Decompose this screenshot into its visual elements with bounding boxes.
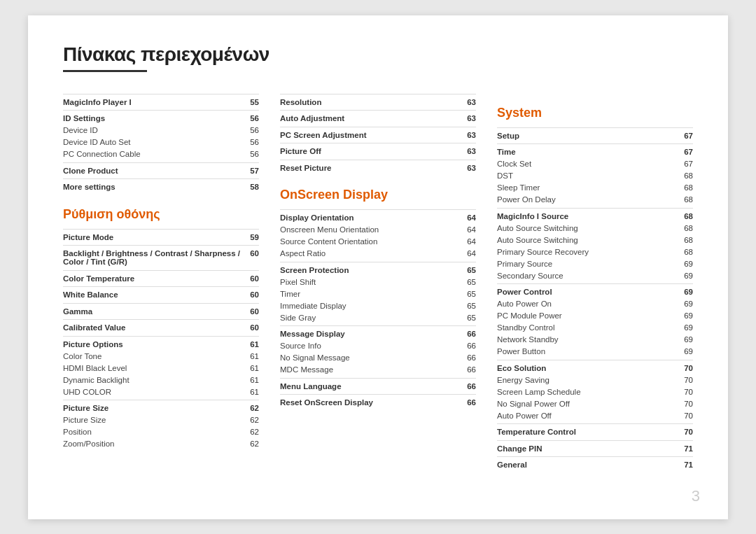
entry-page: 60	[241, 274, 259, 283]
toc-entry: PC Screen Adjustment63	[280, 127, 476, 141]
section-title-system: System	[497, 106, 693, 120]
entry-label: Color Temperature	[63, 274, 241, 283]
toc-entry: Gamma60	[63, 303, 259, 318]
entry-page: 57	[241, 167, 259, 175]
toc-entry: MagicInfo Player I55	[63, 94, 259, 108]
toc-entry: No Signal Message66	[280, 352, 476, 364]
entry-page: 66	[458, 353, 476, 362]
entry-label: Device ID Auto Set	[63, 138, 241, 146]
entry-page: 68	[676, 224, 693, 232]
entry-page: 56	[241, 138, 259, 146]
entry-label: PC Connection Cable	[63, 150, 241, 158]
entry-label: Change PIN	[497, 444, 676, 453]
entry-label: Power Button	[497, 347, 676, 356]
entry-label: Immediate Display	[280, 302, 458, 310]
toc-entry: Power Control69	[497, 283, 693, 298]
toc-entry: Color Temperature60	[63, 270, 259, 285]
entry-page: 64	[458, 249, 476, 258]
entry-label: Picture Size	[63, 404, 241, 412]
entry-label: Picture Mode	[63, 233, 241, 241]
toc-entry: Source Info66	[280, 340, 476, 352]
toc-entry: MDC Message66	[280, 364, 476, 376]
entry-page: 66	[458, 382, 476, 391]
toc-entry: Change PIN71	[497, 440, 693, 455]
entry-page: 56	[241, 150, 259, 158]
entry-page: 63	[458, 98, 476, 106]
entry-page: 70	[676, 428, 693, 436]
entry-page: 63	[458, 164, 476, 172]
entry-label: Clone Product	[63, 167, 241, 175]
toc-entry: Secondary Source69	[497, 269, 693, 281]
entry-label: Eco Solution	[497, 364, 676, 372]
entry-label: Power Control	[497, 288, 676, 296]
entry-page: 66	[458, 330, 476, 338]
entry-page: 69	[676, 347, 693, 356]
entry-label: Network Standby	[497, 335, 676, 344]
entry-page: 68	[676, 171, 693, 180]
entry-label: General	[497, 461, 676, 469]
entry-label: Auto Adjustment	[280, 114, 458, 122]
entry-page: 71	[676, 444, 693, 453]
toc-entry: Device ID56	[63, 125, 259, 136]
toc-entry: Auto Power On69	[497, 298, 693, 310]
toc-entry: Network Standby69	[497, 334, 693, 346]
entry-page: 61	[241, 388, 259, 396]
entry-label: Reset OnScreen Display	[280, 398, 458, 407]
entry-page: 69	[676, 260, 693, 268]
entry-label: MDC Message	[280, 365, 458, 374]
toc-entry: PC Connection Cable56	[63, 148, 259, 160]
entry-page: 62	[241, 404, 259, 412]
entry-page: 61	[241, 352, 259, 360]
entry-page: 68	[676, 248, 693, 256]
entry-label: Reset Picture	[280, 164, 458, 172]
entry-label: Picture Options	[63, 340, 241, 349]
entry-page: 67	[676, 148, 693, 156]
entry-page: 70	[676, 364, 693, 372]
entry-label: MagicInfo I Source	[497, 212, 676, 220]
entry-label: Energy Saving	[497, 376, 676, 384]
entry-label: ID Settings	[63, 114, 241, 122]
entry-label: Color Tone	[63, 352, 241, 360]
toc-entry: Setup67	[497, 127, 693, 142]
entry-label: Clock Set	[497, 160, 676, 168]
entry-label: Aspect Ratio	[280, 249, 458, 258]
entry-label: Side Gray	[280, 314, 458, 322]
entry-label: HDMI Black Level	[63, 364, 241, 372]
entry-page: 58	[241, 183, 259, 191]
toc-entry: Time67	[497, 143, 693, 158]
entry-page: 63	[458, 114, 476, 122]
page: Πίνακας περιεχομένων MagicInfo Player I5…	[28, 15, 728, 519]
entry-label: Power On Delay	[497, 195, 676, 204]
toc-entry: Backlight / Brightness / Contrast / Shar…	[63, 245, 259, 268]
entry-page: 62	[241, 416, 259, 424]
entry-label: UHD COLOR	[63, 388, 241, 396]
entry-label: Picture Off	[280, 147, 458, 155]
toc-entry: Clock Set67	[497, 158, 693, 170]
entry-page: 63	[458, 147, 476, 155]
entry-label: Onscreen Menu Orientation	[280, 225, 458, 234]
toc-entry: PC Module Power69	[497, 310, 693, 322]
column-2: Resolution63Auto Adjustment63PC Screen A…	[280, 92, 476, 471]
entry-page: 60	[241, 290, 259, 299]
entry-label: Screen Protection	[280, 266, 458, 274]
entry-label: Secondary Source	[497, 272, 676, 280]
entry-page: 66	[458, 342, 476, 350]
toc-entry: MagicInfo I Source68	[497, 208, 693, 223]
entry-page: 59	[241, 233, 259, 241]
entry-page: 64	[458, 213, 476, 222]
toc-entry: Message Display66	[280, 325, 476, 340]
entry-page: 67	[676, 160, 693, 168]
entry-label: Calibrated Value	[63, 323, 241, 332]
toc-entry: Position62	[63, 426, 259, 438]
toc-entry: More settings58	[63, 178, 259, 193]
entry-page: 67	[676, 132, 693, 140]
entry-page: 65	[458, 290, 476, 298]
entry-page: 70	[676, 400, 693, 408]
toc-entry: Picture Mode59	[63, 229, 259, 244]
entry-label: Sleep Timer	[497, 183, 676, 192]
entry-page: 65	[458, 266, 476, 274]
entry-label: Backlight / Brightness / Contrast / Shar…	[63, 249, 241, 266]
toc-entry: Display Orientation64	[280, 209, 476, 224]
toc-entry: Pixel Shift65	[280, 276, 476, 288]
entry-label: Resolution	[280, 98, 458, 106]
